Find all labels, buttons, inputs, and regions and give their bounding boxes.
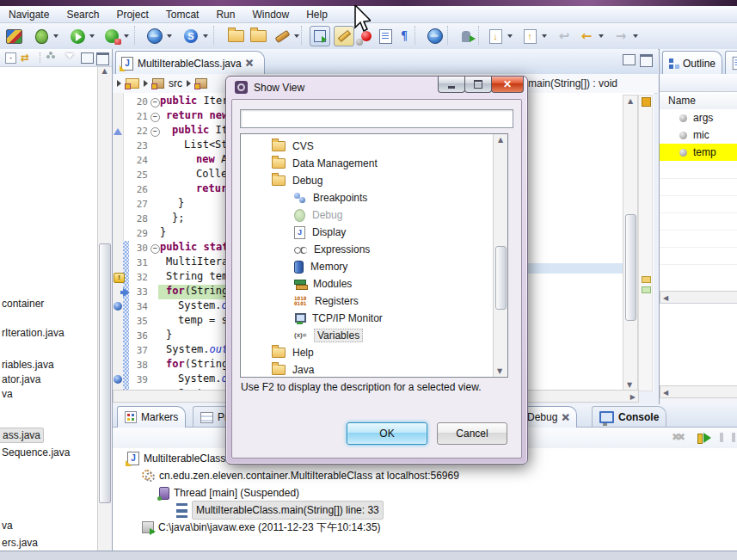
file-item[interactable]: Sequence.java xyxy=(2,446,70,459)
dropdown-arrow-icon[interactable] xyxy=(203,34,208,38)
run-external-icon[interactable] xyxy=(101,26,122,46)
menu-item-project[interactable]: Project xyxy=(107,9,157,21)
tab-console[interactable]: Console xyxy=(592,406,666,428)
package-explorer-tree[interactable]: containerrIteration.javariables.javaator… xyxy=(0,67,97,551)
code-line[interactable]: for(String xyxy=(160,358,228,372)
tab-markers[interactable]: Markers xyxy=(117,406,186,428)
import-folder-icon[interactable] xyxy=(248,26,268,46)
file-item[interactable]: ass.java xyxy=(0,428,44,443)
variable-row[interactable]: mic xyxy=(660,126,737,144)
code-line[interactable]: } xyxy=(160,197,184,212)
code-line[interactable]: public Itera xyxy=(160,95,235,109)
scroll-up-icon[interactable]: ▲ xyxy=(494,136,507,144)
close-button[interactable]: ✕ xyxy=(491,77,524,93)
code-line[interactable]: MultiIterab xyxy=(160,255,234,270)
view-tree-item-modules[interactable]: Modules xyxy=(241,275,508,292)
next-annotation-icon[interactable]: ↓ xyxy=(485,26,506,46)
file-item[interactable]: va xyxy=(2,519,13,532)
view-tree-item-registers[interactable]: Registers xyxy=(241,292,508,310)
code-line[interactable]: System.out. xyxy=(160,343,235,358)
dropdown-arrow-icon[interactable] xyxy=(167,34,172,38)
code-line[interactable]: System.ou xyxy=(160,372,234,387)
view-tree-scrollbar[interactable]: ▲ ▼ xyxy=(493,134,507,377)
view-tree-item-breakpoints[interactable]: Breakpoints xyxy=(241,189,508,206)
open-type-icon[interactable] xyxy=(456,26,476,46)
breadcrumb-src-label[interactable]: src xyxy=(169,77,182,89)
menu-item-window[interactable]: Window xyxy=(243,9,298,21)
dropdown-arrow-icon[interactable] xyxy=(124,34,129,38)
open-folder-icon[interactable] xyxy=(225,26,246,46)
menu-item-search[interactable]: Search xyxy=(58,9,107,21)
web-service-icon[interactable]: S xyxy=(181,26,201,46)
editor-vscrollbar[interactable]: ▲ ▼ xyxy=(623,95,638,391)
view-tree-item-help[interactable]: Help xyxy=(241,344,508,361)
view-tree-item-data-management[interactable]: Data Management xyxy=(241,155,508,172)
forward-icon[interactable]: → xyxy=(611,26,631,46)
view-tree-item-debug[interactable]: Debug xyxy=(241,172,508,189)
view-tree-item-display[interactable]: Display xyxy=(241,224,508,241)
debug-tree-row[interactable]: Thread [main] (Suspended) xyxy=(159,484,299,502)
debug-tree-row[interactable]: MultiIterableClass.main(String[]) line: … xyxy=(176,502,384,519)
code-line[interactable]: public It xyxy=(160,124,228,138)
breakpoint-icon[interactable] xyxy=(114,302,122,311)
file-item[interactable]: ator.java xyxy=(2,372,40,386)
code-line[interactable]: for(String xyxy=(160,285,228,299)
view-tree-item-tcp-ip-monitor[interactable]: TCP/IP Monitor xyxy=(241,310,508,327)
file-item[interactable]: rIteration.java xyxy=(2,326,64,340)
fold-collapse-icon[interactable]: − xyxy=(150,113,160,122)
debug-icon[interactable] xyxy=(31,26,52,46)
fold-collapse-icon[interactable]: − xyxy=(150,127,160,137)
view-tree-item-java[interactable]: Java xyxy=(241,361,508,378)
view-tree-item-debug[interactable]: Debug xyxy=(241,206,508,224)
text-block-icon[interactable] xyxy=(375,26,396,46)
code-line[interactable]: new A xyxy=(160,153,227,168)
view-tree-item-memory[interactable]: Memory xyxy=(241,258,508,275)
dropdown-arrow-icon[interactable] xyxy=(294,34,299,38)
menu-item-help[interactable]: Help xyxy=(298,9,336,21)
view-tree-item-expressions[interactable]: Expressions xyxy=(241,241,508,258)
dropdown-arrow-icon[interactable] xyxy=(542,34,547,38)
code-line[interactable]: public stati xyxy=(160,241,235,255)
file-item[interactable]: ers.java xyxy=(2,536,38,550)
code-line[interactable]: List<St xyxy=(160,138,228,153)
maximize-view-icon[interactable] xyxy=(96,52,109,65)
code-line[interactable]: return xyxy=(160,182,233,197)
collapse-all-icon[interactable]: - xyxy=(5,52,16,64)
maximize-editor-icon[interactable] xyxy=(640,54,653,67)
fold-collapse-icon[interactable]: − xyxy=(150,244,160,254)
scroll-up-icon[interactable]: ▲ xyxy=(98,67,111,75)
minimize-button[interactable] xyxy=(438,77,465,93)
fold-collapse-icon[interactable]: − xyxy=(150,98,160,108)
workbench-icon[interactable] xyxy=(3,26,24,46)
code-line[interactable]: return new xyxy=(160,109,228,124)
code-line[interactable]: } xyxy=(160,226,166,241)
minimize-view-icon[interactable] xyxy=(81,52,94,64)
dropdown-arrow-icon[interactable] xyxy=(599,34,604,38)
pause-icon[interactable] xyxy=(720,433,735,442)
warning-marker[interactable] xyxy=(642,276,651,283)
show-whitespace-icon[interactable]: ¶ xyxy=(394,26,415,46)
dropdown-arrow-icon[interactable] xyxy=(89,34,95,38)
last-edit-icon[interactable]: ↩ xyxy=(554,26,574,46)
debug-tree-row[interactable]: cn.edu.zen.eleven.container.MultiIterabl… xyxy=(142,467,459,484)
scroll-left-icon[interactable]: ◀ xyxy=(663,389,668,397)
code-line[interactable]: }; xyxy=(160,212,184,226)
scrollbar-thumb[interactable] xyxy=(625,214,636,321)
scroll-right-icon[interactable]: ▶ xyxy=(630,393,636,401)
menu-item-tomcat[interactable]: Tomcat xyxy=(157,9,208,21)
editor-tab-multiiterableclass[interactable]: J MultiIterableClass.java ❌︎ xyxy=(115,51,265,75)
cancel-button[interactable]: Cancel xyxy=(437,422,507,445)
view-tree-item-variables[interactable]: Variables xyxy=(241,327,508,344)
scrollbar-thumb[interactable] xyxy=(99,243,111,503)
debug-line-marker[interactable] xyxy=(642,286,651,293)
detail-hscrollbar[interactable]: ◀ xyxy=(660,385,737,398)
variable-row[interactable]: args xyxy=(660,109,737,126)
view-menu-dots-icon[interactable] xyxy=(46,55,50,58)
dropdown-arrow-icon[interactable] xyxy=(633,34,638,38)
external-globe-icon[interactable] xyxy=(425,26,445,46)
breakpoint-icon[interactable] xyxy=(114,375,122,384)
file-item[interactable]: riables.java xyxy=(2,358,54,372)
view-tree-item-cvs[interactable]: CVS xyxy=(241,138,508,155)
maximize-button[interactable] xyxy=(464,77,492,93)
link-with-editor-icon[interactable]: ⇄ xyxy=(21,52,29,64)
